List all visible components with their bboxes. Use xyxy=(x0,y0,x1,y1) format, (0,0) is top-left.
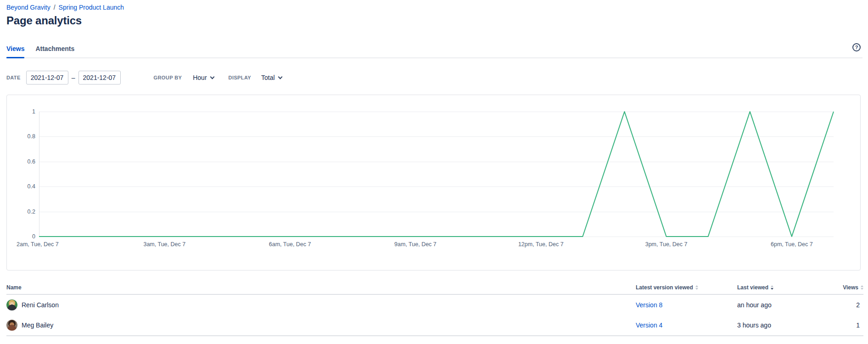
version-link[interactable]: Version 8 xyxy=(636,301,662,309)
version-link[interactable]: Version 4 xyxy=(636,321,662,329)
tab-bar: Views Attachments ? xyxy=(6,44,862,58)
viewer-name: Reni Carlson xyxy=(22,301,59,309)
column-header-views[interactable]: Views xyxy=(835,284,863,291)
column-header-name: Name xyxy=(6,284,636,291)
display-label: DISPLAY xyxy=(229,75,251,80)
views-line-chart: 00.20.40.60.812am, Tue, Dec 73am, Tue, D… xyxy=(6,95,861,271)
column-header-latest-version-label: Latest version viewed xyxy=(636,284,693,291)
active-tab-underline xyxy=(6,57,24,58)
column-header-latest-version[interactable]: Latest version viewed xyxy=(636,284,737,291)
page-title: Page analytics xyxy=(6,14,862,28)
breadcrumb: Beyond Gravity/Spring Product Launch xyxy=(6,3,862,12)
filter-bar: DATE – GROUP BY Hour DISPLAY Total xyxy=(6,71,862,85)
column-header-name-label: Name xyxy=(6,284,22,291)
last-viewed-value: an hour ago xyxy=(737,301,835,309)
date-to-input[interactable] xyxy=(78,71,121,85)
group-by-select[interactable]: Hour xyxy=(193,74,213,81)
page-analytics-view: Beyond Gravity/Spring Product Launch Pag… xyxy=(0,0,868,336)
viewers-table: Name Latest version viewed Last viewed V… xyxy=(6,282,863,336)
avatar xyxy=(6,299,17,310)
viewer-name-cell: Reni Carlson xyxy=(6,299,636,310)
sort-icon xyxy=(695,285,698,290)
tab-views[interactable]: Views xyxy=(6,44,24,57)
views-count: 2 xyxy=(835,301,863,309)
line-series-svg xyxy=(7,95,861,271)
tab-views-label: Views xyxy=(6,45,24,52)
group-by-value: Hour xyxy=(193,74,207,81)
last-viewed-value: 3 hours ago xyxy=(737,321,835,329)
sort-icon-active-desc xyxy=(771,285,773,290)
display-select[interactable]: Total xyxy=(261,74,282,81)
tab-attachments[interactable]: Attachments xyxy=(35,44,74,57)
breadcrumb-link-space[interactable]: Beyond Gravity xyxy=(6,4,50,11)
table-row: Meg Bailey Version 4 3 hours ago 1 xyxy=(6,315,863,335)
chevron-down-icon xyxy=(278,74,282,79)
breadcrumb-separator: / xyxy=(54,4,56,11)
group-by-label: GROUP BY xyxy=(154,75,182,80)
date-label: DATE xyxy=(6,75,21,80)
table-body: Reni Carlson Version 8 an hour ago 2 Meg… xyxy=(6,295,863,336)
column-header-views-label: Views xyxy=(843,284,858,291)
avatar xyxy=(6,320,17,331)
column-header-last-viewed-label: Last viewed xyxy=(737,284,768,291)
viewer-name-cell: Meg Bailey xyxy=(6,320,636,331)
breadcrumb-link-page[interactable]: Spring Product Launch xyxy=(59,4,124,11)
chevron-down-icon xyxy=(210,74,214,79)
date-range-separator: – xyxy=(72,74,75,81)
tab-attachments-label: Attachments xyxy=(35,45,74,52)
table-header-row: Name Latest version viewed Last viewed V… xyxy=(6,282,863,295)
sort-icon xyxy=(861,285,863,290)
views-line-series xyxy=(39,112,834,237)
viewer-name: Meg Bailey xyxy=(22,321,53,329)
views-count: 1 xyxy=(835,321,863,329)
display-value: Total xyxy=(261,74,275,81)
table-row: Reni Carlson Version 8 an hour ago 2 xyxy=(6,295,863,315)
column-header-last-viewed[interactable]: Last viewed xyxy=(737,284,835,291)
date-from-input[interactable] xyxy=(26,71,68,85)
help-icon[interactable]: ? xyxy=(852,43,861,51)
